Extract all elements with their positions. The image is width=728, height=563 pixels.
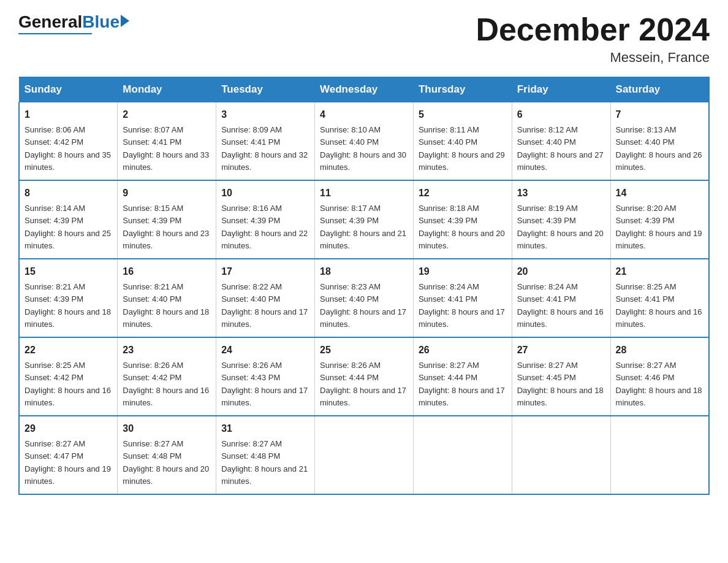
- day-number: 14: [616, 186, 703, 201]
- day-number: 24: [221, 343, 309, 358]
- day-info: Sunrise: 8:26 AMSunset: 4:44 PMDaylight:…: [320, 361, 406, 407]
- day-number: 25: [320, 343, 408, 358]
- day-info: Sunrise: 8:09 AMSunset: 4:41 PMDaylight:…: [221, 125, 308, 172]
- location-label: Messein, France: [476, 50, 710, 66]
- day-info: Sunrise: 8:23 AMSunset: 4:40 PMDaylight:…: [320, 282, 406, 329]
- day-number: 31: [221, 421, 309, 436]
- day-info: Sunrise: 8:07 AMSunset: 4:41 PMDaylight:…: [123, 125, 209, 172]
- day-info: Sunrise: 8:26 AMSunset: 4:43 PMDaylight:…: [221, 361, 308, 407]
- logo-triangle-icon: [121, 15, 129, 27]
- calendar-week-row: 15Sunrise: 8:21 AMSunset: 4:39 PMDayligh…: [19, 259, 709, 337]
- day-info: Sunrise: 8:27 AMSunset: 4:47 PMDaylight:…: [25, 439, 111, 486]
- header-monday: Monday: [118, 77, 216, 102]
- calendar-cell: 30Sunrise: 8:27 AMSunset: 4:48 PMDayligh…: [118, 416, 216, 494]
- calendar-cell: 23Sunrise: 8:26 AMSunset: 4:42 PMDayligh…: [118, 337, 216, 416]
- calendar-cell: [315, 416, 414, 494]
- calendar-week-row: 8Sunrise: 8:14 AMSunset: 4:39 PMDaylight…: [19, 180, 709, 259]
- day-number: 26: [419, 343, 507, 358]
- day-info: Sunrise: 8:15 AMSunset: 4:39 PMDaylight:…: [123, 204, 209, 250]
- calendar-week-row: 29Sunrise: 8:27 AMSunset: 4:47 PMDayligh…: [19, 416, 709, 494]
- day-number: 18: [320, 264, 408, 279]
- day-info: Sunrise: 8:21 AMSunset: 4:40 PMDaylight:…: [123, 282, 209, 329]
- calendar-cell: 9Sunrise: 8:15 AMSunset: 4:39 PMDaylight…: [118, 180, 216, 259]
- day-info: Sunrise: 8:27 AMSunset: 4:44 PMDaylight:…: [419, 361, 505, 407]
- calendar-cell: 22Sunrise: 8:25 AMSunset: 4:42 PMDayligh…: [19, 337, 118, 416]
- day-number: 5: [419, 107, 507, 122]
- calendar-cell: 28Sunrise: 8:27 AMSunset: 4:46 PMDayligh…: [610, 337, 709, 416]
- day-number: 17: [221, 264, 309, 279]
- day-info: Sunrise: 8:27 AMSunset: 4:48 PMDaylight:…: [221, 439, 308, 486]
- day-info: Sunrise: 8:24 AMSunset: 4:41 PMDaylight:…: [419, 282, 505, 329]
- day-number: 6: [517, 107, 605, 122]
- calendar-cell: 6Sunrise: 8:12 AMSunset: 4:40 PMDaylight…: [512, 102, 610, 181]
- header-friday: Friday: [512, 77, 610, 102]
- day-number: 3: [221, 107, 309, 122]
- day-info: Sunrise: 8:13 AMSunset: 4:40 PMDaylight:…: [616, 125, 702, 172]
- calendar-cell: [512, 416, 610, 494]
- day-info: Sunrise: 8:14 AMSunset: 4:39 PMDaylight:…: [25, 204, 111, 250]
- day-info: Sunrise: 8:21 AMSunset: 4:39 PMDaylight:…: [25, 282, 111, 329]
- day-info: Sunrise: 8:27 AMSunset: 4:46 PMDaylight:…: [616, 361, 702, 407]
- header-saturday: Saturday: [610, 77, 709, 102]
- day-number: 15: [25, 264, 112, 279]
- calendar-cell: 11Sunrise: 8:17 AMSunset: 4:39 PMDayligh…: [315, 180, 414, 259]
- day-number: 27: [517, 343, 605, 358]
- calendar-table: SundayMondayTuesdayWednesdayThursdayFrid…: [18, 77, 710, 495]
- calendar-cell: 19Sunrise: 8:24 AMSunset: 4:41 PMDayligh…: [413, 259, 512, 337]
- logo-text: General Blue: [18, 12, 129, 32]
- day-info: Sunrise: 8:27 AMSunset: 4:48 PMDaylight:…: [123, 439, 209, 486]
- day-info: Sunrise: 8:20 AMSunset: 4:39 PMDaylight:…: [616, 204, 702, 250]
- calendar-cell: 20Sunrise: 8:24 AMSunset: 4:41 PMDayligh…: [512, 259, 610, 337]
- calendar-cell: 14Sunrise: 8:20 AMSunset: 4:39 PMDayligh…: [610, 180, 709, 259]
- title-block: December 2024 Messein, France: [476, 12, 710, 66]
- day-number: 9: [123, 186, 211, 201]
- calendar-cell: 7Sunrise: 8:13 AMSunset: 4:40 PMDaylight…: [610, 102, 709, 181]
- calendar-cell: 21Sunrise: 8:25 AMSunset: 4:41 PMDayligh…: [610, 259, 709, 337]
- day-number: 13: [517, 186, 605, 201]
- calendar-cell: 29Sunrise: 8:27 AMSunset: 4:47 PMDayligh…: [19, 416, 118, 494]
- day-number: 2: [123, 107, 211, 122]
- calendar-cell: 4Sunrise: 8:10 AMSunset: 4:40 PMDaylight…: [315, 102, 414, 181]
- calendar-cell: 16Sunrise: 8:21 AMSunset: 4:40 PMDayligh…: [118, 259, 216, 337]
- header-tuesday: Tuesday: [216, 77, 315, 102]
- calendar-cell: 12Sunrise: 8:18 AMSunset: 4:39 PMDayligh…: [413, 180, 512, 259]
- day-number: 20: [517, 264, 605, 279]
- day-info: Sunrise: 8:26 AMSunset: 4:42 PMDaylight:…: [123, 361, 209, 407]
- calendar-header-row: SundayMondayTuesdayWednesdayThursdayFrid…: [19, 77, 709, 102]
- header-thursday: Thursday: [413, 77, 512, 102]
- day-info: Sunrise: 8:12 AMSunset: 4:40 PMDaylight:…: [517, 125, 604, 172]
- day-info: Sunrise: 8:27 AMSunset: 4:45 PMDaylight:…: [517, 361, 604, 407]
- day-number: 1: [25, 107, 112, 122]
- calendar-cell: 13Sunrise: 8:19 AMSunset: 4:39 PMDayligh…: [512, 180, 610, 259]
- calendar-cell: 17Sunrise: 8:22 AMSunset: 4:40 PMDayligh…: [216, 259, 315, 337]
- calendar-week-row: 22Sunrise: 8:25 AMSunset: 4:42 PMDayligh…: [19, 337, 709, 416]
- logo-underline: [18, 33, 92, 34]
- day-info: Sunrise: 8:19 AMSunset: 4:39 PMDaylight:…: [517, 204, 604, 250]
- month-title: December 2024: [476, 12, 710, 47]
- calendar-cell: 31Sunrise: 8:27 AMSunset: 4:48 PMDayligh…: [216, 416, 315, 494]
- calendar-cell: 15Sunrise: 8:21 AMSunset: 4:39 PMDayligh…: [19, 259, 118, 337]
- day-info: Sunrise: 8:10 AMSunset: 4:40 PMDaylight:…: [320, 125, 406, 172]
- day-number: 19: [419, 264, 507, 279]
- day-info: Sunrise: 8:16 AMSunset: 4:39 PMDaylight:…: [221, 204, 308, 250]
- day-info: Sunrise: 8:22 AMSunset: 4:40 PMDaylight:…: [221, 282, 308, 329]
- logo-blue-text: Blue: [82, 12, 119, 32]
- page-header: General Blue December 2024 Messein, Fran…: [18, 12, 710, 66]
- calendar-cell: 5Sunrise: 8:11 AMSunset: 4:40 PMDaylight…: [413, 102, 512, 181]
- day-number: 28: [616, 343, 703, 358]
- day-info: Sunrise: 8:17 AMSunset: 4:39 PMDaylight:…: [320, 204, 406, 250]
- day-info: Sunrise: 8:24 AMSunset: 4:41 PMDaylight:…: [517, 282, 604, 329]
- calendar-cell: 2Sunrise: 8:07 AMSunset: 4:41 PMDaylight…: [118, 102, 216, 181]
- header-wednesday: Wednesday: [315, 77, 414, 102]
- day-number: 21: [616, 264, 703, 279]
- calendar-cell: 8Sunrise: 8:14 AMSunset: 4:39 PMDaylight…: [19, 180, 118, 259]
- day-info: Sunrise: 8:06 AMSunset: 4:42 PMDaylight:…: [25, 125, 111, 172]
- calendar-cell: 25Sunrise: 8:26 AMSunset: 4:44 PMDayligh…: [315, 337, 414, 416]
- day-info: Sunrise: 8:18 AMSunset: 4:39 PMDaylight:…: [419, 204, 505, 250]
- day-number: 29: [25, 421, 112, 436]
- day-info: Sunrise: 8:25 AMSunset: 4:41 PMDaylight:…: [616, 282, 702, 329]
- day-number: 30: [123, 421, 211, 436]
- day-number: 16: [123, 264, 211, 279]
- calendar-cell: 18Sunrise: 8:23 AMSunset: 4:40 PMDayligh…: [315, 259, 414, 337]
- calendar-cell: 24Sunrise: 8:26 AMSunset: 4:43 PMDayligh…: [216, 337, 315, 416]
